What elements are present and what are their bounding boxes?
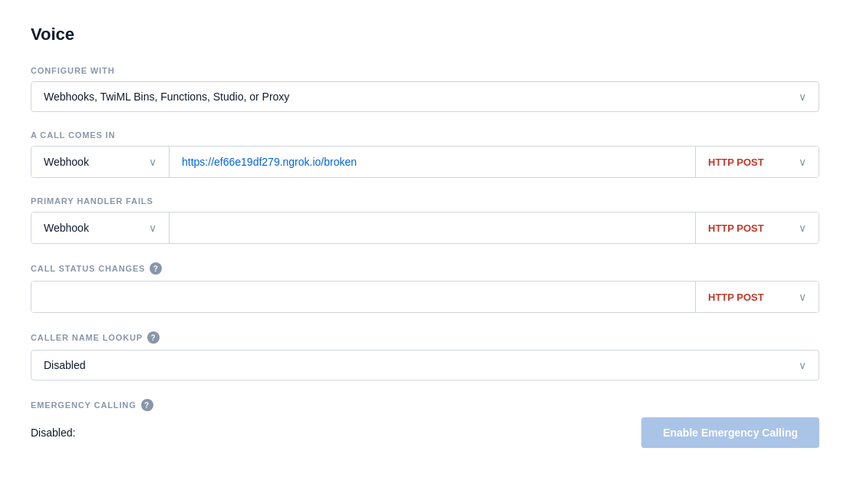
call-status-changes-http-chevron-icon: ∨ — [799, 291, 806, 303]
call-comes-in-row: Webhook ∨ HTTP POST ∨ — [31, 146, 819, 178]
primary-handler-fails-label: PRIMARY HANDLER FAILS — [31, 196, 819, 206]
call-comes-in-webhook-select[interactable]: Webhook ∨ — [31, 147, 170, 177]
emergency-calling-status: Disabled: — [31, 427, 75, 439]
configure-with-select[interactable]: Webhooks, TwiML Bins, Functions, Studio,… — [31, 81, 819, 112]
primary-handler-webhook-value: Webhook — [44, 222, 89, 234]
primary-handler-http-chevron-icon: ∨ — [799, 222, 806, 234]
call-comes-in-http-value: HTTP POST — [708, 156, 764, 168]
caller-name-lookup-help-icon[interactable]: ? — [147, 331, 160, 344]
call-status-changes-help-icon[interactable]: ? — [150, 262, 162, 275]
emergency-calling-help-icon[interactable]: ? — [141, 399, 153, 411]
call-comes-in-webhook-chevron-icon: ∨ — [149, 156, 156, 168]
primary-handler-fails-section: PRIMARY HANDLER FAILS Webhook ∨ HTTP POS… — [31, 196, 819, 244]
primary-handler-webhook-chevron-icon: ∨ — [149, 222, 156, 234]
call-status-changes-url-input[interactable] — [31, 282, 696, 312]
configure-with-value: Webhooks, TwiML Bins, Functions, Studio,… — [44, 91, 289, 103]
call-comes-in-webhook-value: Webhook — [44, 156, 89, 168]
call-comes-in-section: A CALL COMES IN Webhook ∨ HTTP POST ∨ — [31, 130, 819, 178]
primary-handler-webhook-select[interactable]: Webhook ∨ — [31, 212, 170, 243]
call-status-changes-row: HTTP POST ∨ — [31, 281, 819, 313]
call-status-changes-http-select[interactable]: HTTP POST ∨ — [696, 282, 819, 312]
primary-handler-http-select[interactable]: HTTP POST ∨ — [696, 212, 819, 243]
call-comes-in-label: A CALL COMES IN — [31, 130, 819, 140]
emergency-calling-section: EMERGENCY CALLING ? Disabled: Enable Eme… — [31, 399, 819, 448]
call-status-changes-http-value: HTTP POST — [708, 292, 764, 303]
emergency-calling-label: EMERGENCY CALLING ? — [31, 399, 819, 411]
primary-handler-url-input[interactable] — [170, 212, 696, 243]
call-comes-in-http-chevron-icon: ∨ — [799, 156, 806, 168]
caller-name-lookup-label: CALLER NAME LOOKUP ? — [31, 331, 819, 344]
page-title: Voice — [31, 25, 819, 44]
caller-name-lookup-value: Disabled — [44, 359, 85, 371]
primary-handler-http-value: HTTP POST — [708, 222, 764, 234]
emergency-calling-row: Disabled: Enable Emergency Calling — [31, 417, 819, 448]
caller-name-lookup-section: CALLER NAME LOOKUP ? Disabled ∨ — [31, 331, 819, 380]
primary-handler-fails-row: Webhook ∨ HTTP POST ∨ — [31, 212, 819, 244]
configure-with-chevron-icon: ∨ — [799, 91, 806, 103]
configure-with-label: CONFIGURE WITH — [31, 66, 819, 75]
call-comes-in-http-select[interactable]: HTTP POST ∨ — [696, 147, 819, 177]
call-status-changes-label: CALL STATUS CHANGES ? — [31, 262, 819, 275]
caller-name-lookup-chevron-icon: ∨ — [799, 359, 806, 371]
configure-with-section: CONFIGURE WITH Webhooks, TwiML Bins, Fun… — [31, 66, 819, 112]
call-comes-in-url-input[interactable] — [170, 147, 696, 177]
caller-name-lookup-select[interactable]: Disabled ∨ — [31, 350, 819, 380]
call-status-changes-section: CALL STATUS CHANGES ? HTTP POST ∨ — [31, 262, 819, 313]
enable-emergency-calling-button[interactable]: Enable Emergency Calling — [641, 417, 819, 448]
